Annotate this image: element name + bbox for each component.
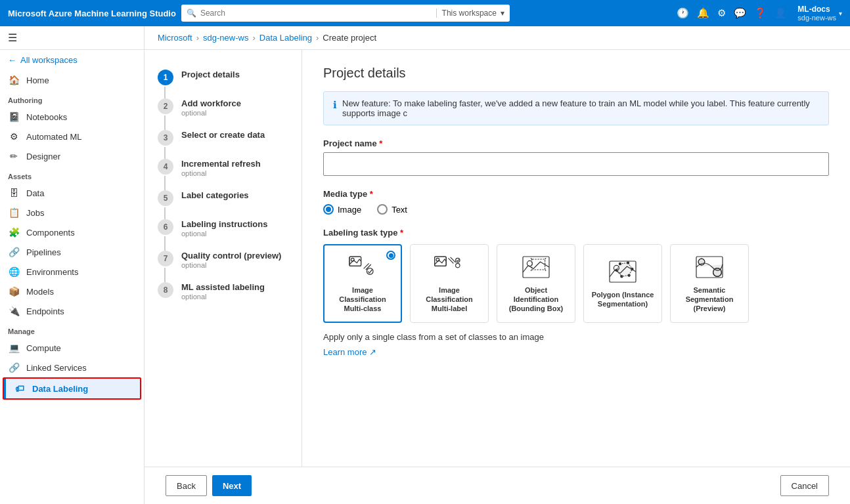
step-title-2: Add workforce	[181, 98, 241, 108]
sidebar-item-automated-ml[interactable]: ⚙ Automated ML	[0, 127, 144, 146]
automated-ml-icon: ⚙	[8, 131, 20, 142]
breadcrumb-data-labeling[interactable]: Data Labeling	[259, 33, 312, 43]
step-title-3: Select or create data	[181, 130, 265, 140]
info-icon: ℹ	[333, 99, 337, 111]
environments-icon: 🌐	[8, 266, 20, 277]
wizard-step-3[interactable]: 3 Select or create data	[145, 123, 302, 152]
task-card-obj-id-bbox[interactable]: Object Identification (Bounding Box)	[497, 244, 575, 323]
step-subtitle-6: optional	[181, 230, 267, 238]
settings-icon[interactable]: ⚙	[715, 5, 728, 22]
step-circle-1: 1	[158, 70, 173, 85]
notifications-icon[interactable]: 🔔	[694, 5, 712, 22]
svg-point-16	[627, 262, 629, 264]
task-card-label-3: Object Identification (Bounding Box)	[503, 285, 570, 314]
sidebar-item-data[interactable]: 🗄 Data	[0, 183, 144, 203]
jobs-icon: 📋	[8, 207, 20, 218]
project-name-label: Project name *	[323, 138, 829, 148]
sidebar-item-environments[interactable]: 🌐 Environments	[0, 262, 144, 282]
manage-section-label: Manage	[0, 321, 144, 338]
task-cards: Image Classification Multi-class	[323, 244, 829, 323]
notebooks-icon: 📓	[8, 112, 20, 122]
back-arrow-icon: ←	[8, 55, 16, 65]
breadcrumb-sep-3: ›	[316, 33, 319, 43]
step-title-6: Labeling instructions	[181, 219, 267, 229]
task-card-label-4: Polygon (Instance Segmentation)	[589, 290, 656, 309]
sidebar-item-compute[interactable]: 💻 Compute	[0, 338, 144, 358]
step-circle-2: 2	[158, 98, 173, 114]
pipelines-icon: 🔗	[8, 247, 20, 257]
user-icon[interactable]: 👤	[772, 5, 790, 22]
sidebar-item-home[interactable]: 🏠 Home	[0, 70, 144, 90]
linked-services-icon: 🔗	[8, 362, 20, 373]
search-icon: 🔍	[187, 9, 196, 18]
detail-panel: Project details ℹ New feature: To make l…	[302, 50, 850, 467]
task-card-semantic-seg[interactable]: Semantic Segmentation (Preview)	[670, 244, 749, 323]
authoring-section-label: Authoring	[0, 90, 144, 107]
workspace-label: This workspace	[436, 9, 497, 18]
wizard-step-4[interactable]: 4 Incremental refresh optional	[145, 152, 302, 184]
help-icon[interactable]: ❓	[751, 5, 769, 22]
task-card-polygon-seg[interactable]: Polygon (Instance Segmentation)	[583, 244, 662, 323]
radio-text-circle	[377, 204, 388, 215]
top-nav-icons: 🕐 🔔 ⚙ 💬 ❓ 👤 ML-docs sdg-new-ws ▾	[674, 5, 842, 22]
info-banner-text: New feature: To make labeling faster, we…	[342, 98, 819, 118]
info-banner: ℹ New feature: To make labeling faster, …	[323, 91, 829, 125]
hamburger-icon[interactable]: ☰	[8, 32, 17, 44]
wizard-step-2[interactable]: 2 Add workforce optional	[145, 92, 302, 123]
next-button[interactable]: Next	[212, 475, 252, 496]
learn-more-link[interactable]: Learn more ↗	[323, 347, 376, 357]
step-circle-6: 6	[158, 219, 173, 235]
task-card-img-class-multi[interactable]: Image Classification Multi-class	[323, 244, 402, 323]
task-card-img-class-multilabel[interactable]: Image Classification Multi-label	[410, 244, 489, 323]
top-nav: Microsoft Azure Machine Learning Studio …	[0, 0, 850, 26]
history-icon[interactable]: 🕐	[674, 5, 692, 22]
task-card-radio-1	[386, 251, 395, 260]
back-button[interactable]: Back	[166, 475, 207, 496]
svg-point-8	[456, 263, 460, 267]
user-chevron-icon[interactable]: ▾	[839, 10, 842, 17]
wizard-step-6[interactable]: 6 Labeling instructions optional	[145, 213, 302, 244]
sidebar-item-notebooks[interactable]: 📓 Notebooks	[0, 107, 144, 127]
svg-point-19	[621, 275, 623, 277]
cancel-button[interactable]: Cancel	[780, 475, 829, 496]
breadcrumb-sdg-new-ws[interactable]: sdg-new-ws	[203, 33, 248, 43]
radio-text[interactable]: Text	[377, 204, 407, 215]
radio-image[interactable]: Image	[323, 204, 361, 215]
sidebar: ☰ ← All workspaces 🏠 Home Authoring 📓 No…	[0, 26, 145, 504]
step-info-8: ML assisted labeling optional	[181, 282, 265, 301]
project-name-input[interactable]	[323, 152, 829, 176]
step-title-7: Quality control (preview)	[181, 251, 281, 261]
wizard-step-7[interactable]: 7 Quality control (preview) optional	[145, 244, 302, 276]
step-info-2: Add workforce optional	[181, 98, 241, 117]
sidebar-item-linked-services[interactable]: 🔗 Linked Services	[0, 358, 144, 377]
user-info: ML-docs sdg-new-ws	[797, 5, 836, 22]
breadcrumb-microsoft[interactable]: Microsoft	[158, 33, 192, 43]
sidebar-item-pipelines[interactable]: 🔗 Pipelines	[0, 242, 144, 262]
svg-point-15	[619, 262, 621, 264]
step-title-8: ML assisted labeling	[181, 282, 265, 292]
sidebar-item-designer[interactable]: ✏ Designer	[0, 146, 144, 166]
search-input[interactable]	[200, 9, 432, 18]
sidebar-item-endpoints[interactable]: 🔌 Endpoints	[0, 301, 144, 321]
sidebar-top: ☰	[0, 26, 144, 50]
sidebar-item-components[interactable]: 🧩 Components	[0, 222, 144, 242]
wizard-step-8[interactable]: 8 ML assisted labeling optional	[145, 276, 302, 307]
wizard-step-1[interactable]: 1 Project details	[145, 63, 302, 92]
required-star: *	[379, 138, 382, 148]
data-labeling-highlight: 🏷 Data Labeling	[3, 377, 141, 400]
step-circle-7: 7	[158, 251, 173, 266]
app-layout: ☰ ← All workspaces 🏠 Home Authoring 📓 No…	[0, 26, 850, 504]
step-info-3: Select or create data	[181, 130, 265, 140]
workspace-chevron-icon[interactable]: ▾	[501, 9, 504, 18]
data-labeling-icon: 🏷	[14, 383, 26, 394]
search-bar[interactable]: 🔍 This workspace ▾	[181, 5, 510, 22]
wizard-steps: 1 Project details 2 Add workforce option…	[145, 50, 302, 467]
back-to-workspaces[interactable]: ← All workspaces	[0, 50, 144, 70]
step-info-4: Incremental refresh optional	[181, 159, 261, 177]
wizard-step-5[interactable]: 5 Label categories	[145, 184, 302, 213]
sidebar-item-data-labeling[interactable]: 🏷 Data Labeling	[4, 379, 140, 398]
footer: Back Next Cancel	[145, 467, 850, 504]
sidebar-item-models[interactable]: 📦 Models	[0, 282, 144, 301]
sidebar-item-jobs[interactable]: 📋 Jobs	[0, 203, 144, 222]
feedback-icon[interactable]: 💬	[731, 5, 749, 22]
